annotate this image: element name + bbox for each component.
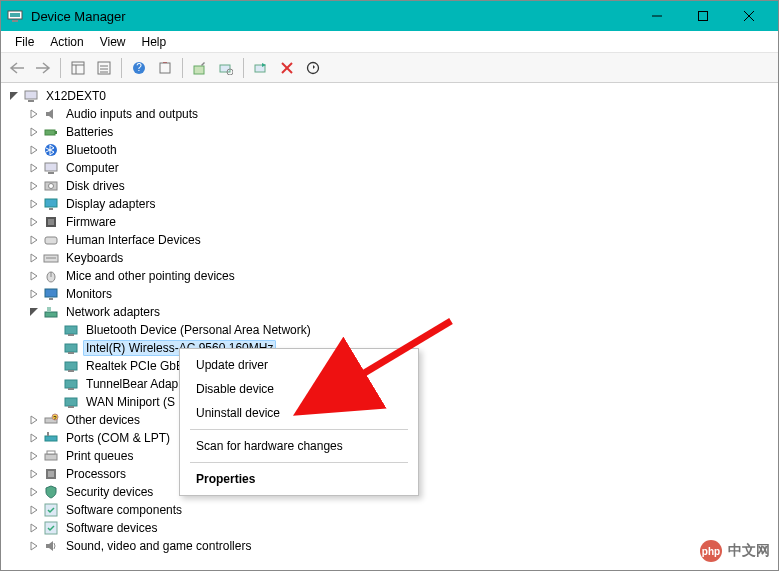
tree-row[interactable]: Sound, video and game controllers: [27, 537, 778, 555]
scan-hardware-button[interactable]: [214, 56, 238, 80]
category-label[interactable]: Processors: [63, 466, 129, 482]
ctx-uninstall-device[interactable]: Uninstall device: [182, 401, 416, 425]
tree-row[interactable]: X12DEXT0: [7, 87, 778, 105]
update-driver-button[interactable]: [188, 56, 212, 80]
computer-icon: [23, 88, 39, 104]
expand-handle[interactable]: [27, 539, 41, 553]
expand-handle[interactable]: [27, 269, 41, 283]
category-label[interactable]: Keyboards: [63, 250, 126, 266]
category-label[interactable]: Firmware: [63, 214, 119, 230]
back-button[interactable]: [5, 56, 29, 80]
properties-button[interactable]: [92, 56, 116, 80]
category-label[interactable]: Monitors: [63, 286, 115, 302]
category-label[interactable]: Bluetooth: [63, 142, 120, 158]
category-label[interactable]: Software devices: [63, 520, 160, 536]
tree-row[interactable]: Mice and other pointing devices: [27, 267, 778, 285]
watermark-badge: php: [700, 540, 722, 562]
menu-help[interactable]: Help: [134, 33, 175, 51]
expand-handle[interactable]: [27, 125, 41, 139]
tree-row[interactable]: Bluetooth: [27, 141, 778, 159]
expand-handle[interactable]: [27, 197, 41, 211]
expand-handle[interactable]: [27, 233, 41, 247]
tree-row[interactable]: Computer: [27, 159, 778, 177]
menu-view[interactable]: View: [92, 33, 134, 51]
expand-handle[interactable]: [27, 503, 41, 517]
category-label[interactable]: Display adapters: [63, 196, 158, 212]
category-label[interactable]: Audio inputs and outputs: [63, 106, 201, 122]
device-tree-scroll[interactable]: X12DEXT0Audio inputs and outputsBatterie…: [1, 83, 778, 570]
tree-row[interactable]: Monitors: [27, 285, 778, 303]
collapse-handle[interactable]: [7, 89, 21, 103]
enable-device-button[interactable]: [249, 56, 273, 80]
expand-handle[interactable]: [27, 485, 41, 499]
window-controls: [634, 1, 772, 31]
category-icon: [43, 268, 59, 284]
expand-handle[interactable]: [27, 413, 41, 427]
menu-file[interactable]: File: [7, 33, 42, 51]
device-label[interactable]: TunnelBear Adap: [83, 376, 181, 392]
expand-handle[interactable]: [27, 431, 41, 445]
device-label[interactable]: WAN Miniport (S: [83, 394, 178, 410]
ctx-disable-device[interactable]: Disable device: [182, 377, 416, 401]
expand-handle[interactable]: [27, 179, 41, 193]
expand-handle[interactable]: [27, 215, 41, 229]
disable-device-button[interactable]: [301, 56, 325, 80]
expand-handle[interactable]: [27, 251, 41, 265]
expand-handle[interactable]: [27, 449, 41, 463]
tree-root-label[interactable]: X12DEXT0: [43, 88, 109, 104]
minimize-button[interactable]: [634, 1, 680, 31]
category-label[interactable]: Sound, video and game controllers: [63, 538, 254, 554]
ctx-scan-hardware[interactable]: Scan for hardware changes: [182, 434, 416, 458]
expand-handle[interactable]: [27, 287, 41, 301]
category-label[interactable]: Other devices: [63, 412, 143, 428]
category-icon: [43, 286, 59, 302]
tree-row[interactable]: Batteries: [27, 123, 778, 141]
tree-row[interactable]: Bluetooth Device (Personal Area Network): [47, 321, 778, 339]
device-manager-icon: [7, 8, 23, 24]
collapse-handle[interactable]: [27, 305, 41, 319]
svg-rect-64: [48, 471, 54, 477]
category-label[interactable]: Human Interface Devices: [63, 232, 204, 248]
expand-handle[interactable]: [27, 143, 41, 157]
expand-handle[interactable]: [27, 521, 41, 535]
uninstall-device-button[interactable]: [275, 56, 299, 80]
tree-row[interactable]: Disk drives: [27, 177, 778, 195]
device-label[interactable]: Bluetooth Device (Personal Area Network): [83, 322, 314, 338]
device-label[interactable]: Realtek PCIe GbE: [83, 358, 187, 374]
tree-row[interactable]: Audio inputs and outputs: [27, 105, 778, 123]
category-label[interactable]: Batteries: [63, 124, 116, 140]
category-label[interactable]: Computer: [63, 160, 122, 176]
category-label[interactable]: Software components: [63, 502, 185, 518]
category-label[interactable]: Ports (COM & LPT): [63, 430, 173, 446]
expand-handle[interactable]: [27, 161, 41, 175]
svg-rect-48: [65, 344, 77, 352]
ctx-update-driver[interactable]: Update driver: [182, 353, 416, 377]
tree-row[interactable]: Keyboards: [27, 249, 778, 267]
category-label[interactable]: Print queues: [63, 448, 136, 464]
svg-rect-45: [47, 307, 51, 312]
category-icon: [43, 142, 59, 158]
maximize-button[interactable]: [680, 1, 726, 31]
tree-row[interactable]: Software components: [27, 501, 778, 519]
menu-action[interactable]: Action: [42, 33, 91, 51]
ctx-properties[interactable]: Properties: [182, 467, 416, 491]
expand-handle[interactable]: [27, 107, 41, 121]
tree-row[interactable]: Human Interface Devices: [27, 231, 778, 249]
category-icon: [43, 196, 59, 212]
device-icon: [63, 322, 79, 338]
category-label[interactable]: Network adapters: [63, 304, 163, 320]
category-label[interactable]: Disk drives: [63, 178, 128, 194]
forward-button[interactable]: [31, 56, 55, 80]
show-hide-tree-button[interactable]: [66, 56, 90, 80]
toolbar: ?: [1, 53, 778, 83]
expand-handle[interactable]: [27, 467, 41, 481]
close-button[interactable]: [726, 1, 772, 31]
action-button[interactable]: [153, 56, 177, 80]
tree-row[interactable]: Firmware: [27, 213, 778, 231]
category-label[interactable]: Mice and other pointing devices: [63, 268, 238, 284]
tree-row[interactable]: Network adapters: [27, 303, 778, 321]
tree-row[interactable]: Display adapters: [27, 195, 778, 213]
category-label[interactable]: Security devices: [63, 484, 156, 500]
tree-row[interactable]: Software devices: [27, 519, 778, 537]
help-button[interactable]: ?: [127, 56, 151, 80]
